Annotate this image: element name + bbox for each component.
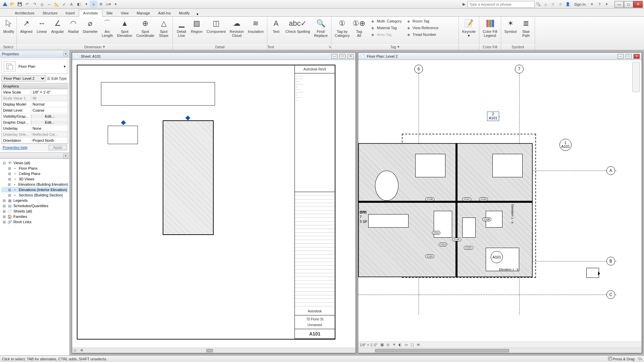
properties-header[interactable]: Properties ✕	[0, 50, 69, 58]
property-row[interactable]: Display ModelNormal	[2, 101, 68, 107]
door-tag[interactable]: 210H	[425, 254, 434, 258]
expand-icon[interactable]: ⊞	[2, 204, 6, 208]
panel-text-title[interactable]: Text↘	[267, 43, 331, 50]
ribbon-tab-view[interactable]: View	[117, 10, 133, 16]
instance-select[interactable]: Floor Plan: Level 2	[1, 75, 46, 81]
window-close-button[interactable]: ✕	[633, 1, 643, 8]
view-control-bar[interactable]: 1/8" = 1'-0" ▦ ◎ ☀ ◐ ▭ ▢ 👁	[358, 342, 642, 348]
grid-bubble[interactable]: 7	[515, 65, 524, 73]
view-minimize-button[interactable]: —	[331, 54, 337, 59]
property-value[interactable]: Project North	[31, 138, 68, 142]
customize-qat-icon[interactable]: ▾	[112, 1, 119, 8]
find/-replace-button[interactable]: 🔍Find/ Replace	[312, 17, 329, 38]
grid-bubble[interactable]: 6	[414, 65, 423, 73]
pressdrag-checkbox[interactable]: Press & Drag	[608, 357, 635, 361]
fixture-toilet[interactable]	[462, 218, 476, 238]
room-tag-button[interactable]: ◈Room Tag	[405, 18, 439, 24]
print-icon[interactable]: ⎙	[38, 1, 46, 8]
property-row[interactable]: Graphic Displa...Edit...	[2, 119, 68, 125]
browser-node[interactable]: ⊞▪Sections (Building Section)	[1, 192, 68, 198]
spot-slope-button[interactable]: △Spot Slope	[156, 17, 171, 38]
floorplan-canvas[interactable]: 6 7 A B C	[358, 60, 642, 342]
browser-node[interactable]: ⊟👁Views (all)	[1, 160, 68, 166]
browser-node[interactable]: ⊞▤Schedules/Quantities	[1, 203, 68, 208]
expand-icon[interactable]: ⊞	[2, 220, 6, 224]
signin-dropdown-icon[interactable]: ▾	[588, 1, 596, 8]
expand-icon[interactable]: ⊞	[7, 182, 11, 187]
sunpath-icon[interactable]: ☀	[392, 343, 396, 347]
panel-dimension-title[interactable]: Dimension▾	[17, 43, 172, 50]
component-button[interactable]: ◫Component	[205, 17, 228, 34]
expand-icon[interactable]: ⊞	[7, 172, 11, 176]
browser-node[interactable]: ⊞▦Legends	[1, 198, 68, 203]
wall[interactable]	[455, 143, 458, 277]
tag-all-button[interactable]: ①⊕Tag All	[352, 17, 366, 38]
keynote-button[interactable]: 📝 Keynote ▾	[460, 17, 478, 39]
ribbon-tab-structure[interactable]: Structure	[39, 10, 62, 16]
diameter-button[interactable]: ⌀Diameter	[81, 17, 100, 34]
property-row[interactable]: Detail LevelCoarse	[2, 107, 68, 113]
revision-cloud-button[interactable]: ☁Revision Cloud	[228, 17, 246, 38]
furniture-bed[interactable]	[415, 154, 445, 177]
door-tag[interactable]: 210C	[462, 197, 471, 201]
ribbon-tab-manage[interactable]: Manage	[133, 10, 154, 16]
text-button[interactable]: AText	[269, 17, 283, 34]
open-icon[interactable]: 📂	[9, 1, 16, 8]
view-titlebar[interactable]: 📄 Sheet: A101 — □ ✕	[72, 53, 356, 60]
thinlines-icon[interactable]: ≡	[90, 1, 97, 8]
properties-help-link[interactable]: Properties help	[3, 145, 28, 149]
grid-bubble[interactable]: B	[606, 257, 615, 265]
tread-number-button[interactable]: ◈Tread Number	[405, 32, 439, 38]
view-restore-button[interactable]: □	[339, 54, 345, 59]
furniture-counter[interactable]	[368, 214, 409, 228]
ribbon-tab-add-ins[interactable]: Add-Ins	[154, 10, 175, 16]
panel-tag-title[interactable]: Tag▾	[331, 43, 459, 50]
view-reference-tag[interactable]: A101	[491, 251, 503, 263]
door-tag[interactable]: 210B	[425, 197, 434, 201]
property-value[interactable]: Coarse	[31, 108, 68, 112]
horizontal-scrollbar[interactable]: ⊙ ✥	[72, 348, 356, 353]
hide-isolate-icon[interactable]: 👁	[417, 343, 420, 347]
key-icon[interactable]: ⌂	[542, 1, 549, 8]
browser-header[interactable]: ✕	[0, 153, 69, 159]
property-row[interactable]: View Scale1/8" = 1'-0"	[2, 89, 68, 95]
property-row[interactable]: OrientationProject North	[2, 137, 68, 143]
browser-node[interactable]: ⊞▪Floor Plans	[1, 166, 68, 171]
door-tag[interactable]: 210J	[432, 231, 440, 235]
fav-icon[interactable]: ☆	[557, 1, 564, 8]
insulation-button[interactable]: ≋Insulation	[246, 17, 266, 34]
scroll-thumb[interactable]	[375, 349, 509, 352]
signin-link[interactable]: Sign In	[572, 2, 588, 6]
browser-node[interactable]: ⊞▪Elevations (Interior Elevation)	[1, 187, 68, 192]
view-titlebar[interactable]: 📄 Floor Plan: Level 2 — □ ✕	[358, 53, 642, 60]
dialog-launcher-icon[interactable]: ↘	[328, 45, 331, 49]
tag-by-category-button[interactable]: ①Tag by Category	[333, 17, 352, 38]
view-close-button[interactable]: ✕	[634, 54, 640, 59]
property-value[interactable]: Edit...	[31, 120, 68, 124]
radial-button[interactable]: ◠Radial	[66, 17, 81, 34]
help-icon[interactable]: ?	[596, 1, 603, 8]
detail-line-button[interactable]: ▁Detail Line	[174, 17, 189, 38]
shadow-icon[interactable]: ◐	[398, 343, 402, 347]
furniture-bed[interactable]	[492, 154, 523, 177]
window-restore-button[interactable]: □	[624, 1, 633, 8]
grid-bubble[interactable]: A	[606, 166, 615, 175]
app-menu-icon[interactable]	[1, 1, 9, 8]
modify-button[interactable]: Modify	[1, 17, 16, 34]
furniture-table[interactable]	[375, 171, 398, 201]
edit-type-button[interactable]: ☰Edit Type	[46, 76, 68, 81]
navigation-bar[interactable]	[632, 62, 640, 92]
region-button[interactable]: ▨Region	[189, 17, 205, 34]
symbol-button[interactable]: ✶Symbol	[502, 17, 519, 34]
view-restore-button[interactable]: □	[626, 54, 632, 59]
detail-level-icon[interactable]: ▦	[380, 343, 384, 347]
multi--category-button[interactable]: ◈Multi- Category	[369, 18, 402, 24]
stair-path-button[interactable]: ≣Stair Path	[519, 17, 533, 38]
spot-elevation-button[interactable]: ▲Spot Elevation	[115, 17, 134, 38]
scroll-thumb[interactable]	[206, 349, 213, 352]
ribbon-tab-modify[interactable]: Modify	[175, 10, 194, 16]
property-row[interactable]: Visibility/Grap...Edit...	[2, 113, 68, 119]
project-browser[interactable]: ⊟👁Views (all)⊞▪Floor Plans⊞▪Ceiling Plan…	[0, 159, 69, 355]
browser-node[interactable]: ⊞🔗Revit Links	[1, 219, 68, 225]
property-row[interactable]: UnderlayNone	[2, 125, 68, 131]
